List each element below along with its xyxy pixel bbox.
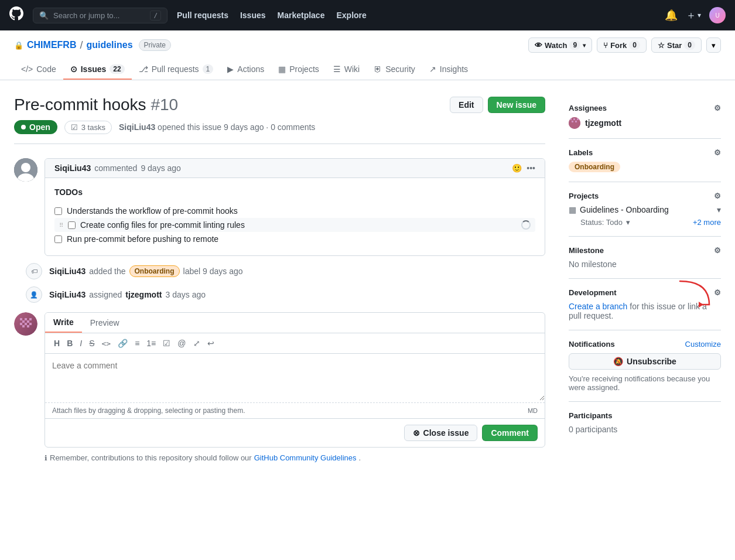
more-options-icon[interactable]: ••• (527, 163, 535, 173)
task-item-1: Understands the workflow of pre-commit h… (54, 204, 535, 218)
tab-projects[interactable]: ▦ Projects (271, 60, 326, 80)
search-box[interactable]: 🔍 Search or jump to... / (33, 8, 167, 23)
issue-author[interactable]: SiqiLiu43 (119, 122, 155, 132)
new-issue-button[interactable]: New issue (488, 97, 545, 113)
link-button[interactable]: 🔗 (115, 337, 131, 350)
milestone-gear-icon[interactable]: ⚙ (714, 246, 721, 255)
tab-issues[interactable]: ⊙ Issues 22 (63, 60, 132, 80)
community-guidelines-link[interactable]: GitHub Community Guidelines (254, 453, 357, 462)
comment-submit-button[interactable]: Comment (482, 425, 538, 441)
repo-link[interactable]: guidelines (86, 40, 132, 50)
task-checkbox-2[interactable] (68, 221, 76, 229)
label-tag[interactable]: Onboarding (569, 162, 620, 172)
star-button[interactable]: ☆ Star 0 (651, 37, 702, 53)
reference-button[interactable]: ⤢ (190, 337, 203, 350)
nav-pull-requests[interactable]: Pull requests (177, 11, 228, 20)
tab-wiki[interactable]: ☰ Wiki (326, 60, 367, 80)
bold-button[interactable]: B (64, 337, 76, 350)
projects-gear-icon[interactable]: ⚙ (714, 192, 721, 200)
tab-code[interactable]: </> Code (14, 60, 63, 80)
fork-count: 0 (629, 40, 640, 50)
svg-rect-15 (573, 118, 575, 120)
participants-count: 0 participants (569, 425, 617, 434)
assignee-row: tjzegmott (569, 117, 721, 129)
development-content: Create a branch for this issue or link a… (569, 302, 721, 320)
tab-insights[interactable]: ↗ Insights (422, 60, 475, 80)
comment-section: SiqiLiu43 commented 9 days ago 🙂 ••• TOD… (14, 158, 545, 256)
heading-button[interactable]: H (51, 337, 63, 350)
watch-button[interactable]: 👁 Watch 9 ▾ (528, 37, 592, 53)
svg-rect-8 (20, 323, 22, 325)
comment-header: SiqiLiu43 commented 9 days ago 🙂 ••• (45, 159, 545, 178)
task-checkbox-3[interactable] (54, 235, 62, 243)
nav-marketplace[interactable]: Marketplace (278, 11, 325, 20)
task-list: Understands the workflow of pre-commit h… (54, 204, 535, 246)
development-section: Development ⚙ Create a branch for this i… (569, 279, 721, 330)
status-label: Status: Todo (580, 218, 623, 227)
nav-issues[interactable]: Issues (240, 11, 266, 20)
assignees-header: Assignees ⚙ (569, 104, 721, 112)
close-issue-button[interactable]: ⊗ Close issue (404, 425, 478, 441)
tab-pull-requests[interactable]: ⎇ Pull requests 1 (132, 60, 221, 80)
plus-icon[interactable]: ＋▾ (686, 8, 701, 22)
emoji-icon[interactable]: 🙂 (512, 163, 522, 173)
comment-textarea[interactable] (45, 354, 545, 401)
undo-button[interactable]: ↩ (204, 337, 217, 350)
drag-handle-icon[interactable]: ⠿ (59, 222, 63, 228)
ordered-list-button[interactable]: 1≡ (143, 337, 159, 350)
nav-explore[interactable]: Explore (336, 11, 366, 20)
project-expand-icon[interactable]: ▾ (717, 205, 721, 214)
task-checkbox-1[interactable] (54, 207, 62, 215)
comment-author-name[interactable]: SiqiLiu43 (54, 163, 91, 173)
status-chevron-icon[interactable]: ▾ (626, 218, 630, 227)
assign-event-assignee[interactable]: tjzegmott (125, 290, 162, 299)
unsubscribe-button[interactable]: 🔕 Unsubscribe (569, 353, 721, 370)
projects-header: Projects ⚙ (569, 192, 721, 200)
fork-button[interactable]: ⑂ Fork 0 (597, 37, 647, 53)
write-tab[interactable]: Write (45, 313, 82, 333)
code-button[interactable]: <> (98, 337, 114, 350)
labels-gear-icon[interactable]: ⚙ (714, 148, 721, 157)
project-status-row: Status: Todo ▾ +2 more (569, 218, 721, 227)
projects-icon: ▦ (278, 64, 286, 74)
assignees-gear-icon[interactable]: ⚙ (714, 104, 721, 112)
user-avatar[interactable]: U (709, 7, 726, 23)
search-shortcut: / (150, 11, 161, 21)
pr-count-badge: 1 (203, 64, 214, 74)
unordered-list-button[interactable]: ≡ (132, 337, 142, 350)
comment-editor-box: Write Preview H B I S <> 🔗 ≡ 1≡ ☑ @ ⤢ ↩ (45, 312, 545, 448)
label-event-actor[interactable]: SiqiLiu43 (49, 267, 86, 276)
org-link[interactable]: CHIMEFRB (27, 40, 76, 50)
create-branch-link[interactable]: Create a branch (569, 302, 627, 311)
star-count: 0 (684, 40, 695, 50)
tab-security[interactable]: ⛨ Security (367, 60, 422, 80)
preview-tab[interactable]: Preview (82, 313, 128, 333)
repo-action-buttons: 👁 Watch 9 ▾ ⑂ Fork 0 ☆ Star 0 ▾ (528, 37, 721, 53)
italic-button[interactable]: I (77, 337, 85, 350)
github-logo-icon[interactable] (9, 6, 23, 24)
svg-rect-5 (29, 318, 32, 320)
customize-link[interactable]: Customize (685, 340, 721, 349)
timeline: 🏷 SiqiLiu43 added the Onboarding label 9… (14, 263, 545, 303)
assignee-avatar (569, 117, 580, 129)
bell-icon[interactable]: 🔔 (665, 9, 678, 22)
task-list-button[interactable]: ☑ (160, 337, 173, 350)
labels-header: Labels ⚙ (569, 148, 721, 157)
edit-button[interactable]: Edit (450, 97, 483, 113)
project-name[interactable]: Guidelines - Onboarding (580, 205, 669, 214)
assign-event-actor[interactable]: SiqiLiu43 (49, 290, 86, 299)
strikethrough-button[interactable]: S (86, 337, 97, 350)
svg-rect-7 (27, 320, 29, 323)
tab-actions[interactable]: ▶ Actions (220, 60, 271, 80)
task-item-3: Run pre-commit before pushing to remote (54, 232, 535, 246)
assignee-name[interactable]: tjzegmott (585, 118, 621, 128)
main-content: Pre-commit hooks #10 Edit New issue Open… (0, 80, 735, 476)
more-button[interactable]: ▾ (706, 37, 721, 53)
watch-count: 9 (569, 40, 580, 50)
development-gear-icon[interactable]: ⚙ (714, 288, 721, 297)
remember-text-row: ℹ Remember, contributions to this reposi… (14, 453, 545, 462)
search-placeholder: Search or jump to... (53, 11, 145, 20)
project-more[interactable]: +2 more (693, 218, 721, 227)
mention-button[interactable]: @ (175, 337, 189, 350)
bell-slash-icon: 🔕 (613, 357, 623, 366)
